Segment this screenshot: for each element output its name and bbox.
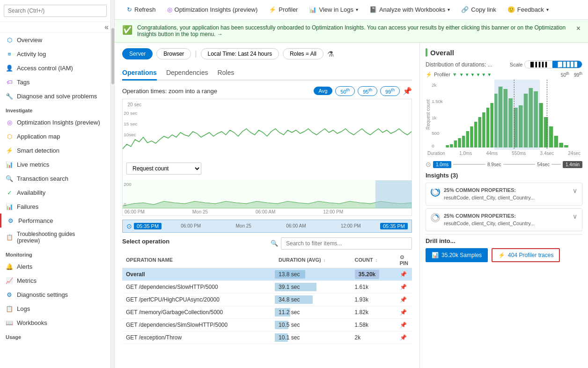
sidebar-item-workbooks[interactable]: 📖 Workbooks bbox=[0, 316, 110, 330]
y-axis-label: Request count bbox=[426, 80, 431, 150]
sidebar-item-iam[interactable]: 👤 Access control (IAM) bbox=[0, 61, 110, 75]
sidebar-item-troubleshooting[interactable]: 📋 Troubleshooting guides(preview) bbox=[0, 228, 110, 247]
sidebar-item-application-map[interactable]: ⬡ Application map bbox=[0, 129, 110, 143]
op-pin[interactable]: 📌 bbox=[396, 318, 412, 331]
sidebar-collapse-btn[interactable]: « bbox=[104, 23, 109, 31]
sidebar-item-diagnostic-settings[interactable]: ⚙ Diagnostic settings bbox=[0, 287, 110, 302]
sidebar-item-smart-detection[interactable]: ⚡ Smart detection bbox=[0, 143, 110, 157]
divider bbox=[426, 234, 582, 235]
optimization-insights-button[interactable]: ◎ Optimization Insights (preview) bbox=[162, 4, 263, 15]
p95-button[interactable]: 95th bbox=[358, 86, 377, 96]
banner-close-button[interactable]: × bbox=[576, 24, 581, 33]
distribution-label: Distribution of durations: ... bbox=[426, 61, 492, 68]
overall-title-text: Overall bbox=[430, 49, 454, 57]
overall-title: Overall bbox=[426, 48, 582, 57]
operation-times-chart: 20 sec 15 sec 10sec bbox=[123, 109, 412, 161]
dur-1ms: 1.0ms bbox=[459, 151, 472, 156]
optimization-icon: ◎ bbox=[167, 6, 172, 13]
sidebar-item-transaction-search[interactable]: 🔍 Transaction search bbox=[0, 171, 110, 185]
p50-axis-label: 50th bbox=[561, 71, 569, 78]
banner-text: Congratulations, your application has be… bbox=[137, 24, 572, 37]
range-mid-label: 8.9sec bbox=[487, 162, 501, 167]
tab-roles[interactable]: Roles bbox=[217, 66, 234, 81]
svg-text:1.50k: 1.50k bbox=[432, 100, 443, 104]
tab-dependencies[interactable]: Dependencies bbox=[166, 66, 208, 81]
scale-log-button[interactable]: ▐▊▊▊▊▊ bbox=[552, 61, 582, 68]
dur-44ms: 44ms bbox=[486, 151, 498, 156]
chart-controls: Avg 50th 95th 99th 📌 bbox=[314, 86, 412, 96]
duration-axis: Duration 1.0ms 44ms 550ms 3.4sec 24sec bbox=[426, 150, 582, 157]
sidebar-item-activity-log[interactable]: ≡ Activity log bbox=[0, 47, 110, 61]
pin-chart-button[interactable]: 📌 bbox=[403, 87, 412, 96]
view-in-logs-button[interactable]: 📊 View in Logs ▾ bbox=[304, 4, 362, 15]
samples-button[interactable]: 📊 35.20k Samples bbox=[426, 248, 488, 262]
sidebar-item-logs[interactable]: 📋 Logs bbox=[0, 302, 110, 316]
main-content: ↻ Refresh ◎ Optimization Insights (previ… bbox=[115, 0, 588, 368]
search-input[interactable] bbox=[4, 5, 107, 17]
sidebar-item-label: Diagnose and solve problems bbox=[17, 93, 97, 100]
insight-card-2[interactable]: 25% COMMON PROPERTIES: resultCode, clien… bbox=[426, 208, 582, 231]
browser-filter-button[interactable]: Browser bbox=[156, 48, 191, 59]
svg-rect-35 bbox=[544, 117, 548, 147]
sidebar-item-optimization-insights[interactable]: ◎ Optimization Insights (preview) bbox=[0, 115, 110, 129]
svg-rect-13 bbox=[446, 145, 448, 147]
sidebar-item-alerts[interactable]: 🔔 Alerts bbox=[0, 259, 110, 273]
table-row[interactable]: GET /dependencies/SlowHTTP/5000 39.1 sec… bbox=[122, 280, 412, 293]
filter-row: Server Browser | Local Time: Last 24 hou… bbox=[122, 48, 412, 59]
left-panel: Server Browser | Local Time: Last 24 hou… bbox=[115, 43, 419, 368]
table-row[interactable]: GET /exception/Throw 10.1 sec 2k 📌 bbox=[122, 331, 412, 344]
copy-link-button[interactable]: 🔗 Copy link bbox=[456, 4, 500, 15]
svg-rect-19 bbox=[470, 126, 473, 147]
dur-24sec: 24sec bbox=[568, 151, 581, 156]
operations-search-input[interactable] bbox=[281, 237, 412, 250]
sidebar-item-tags[interactable]: 🏷 Tags bbox=[0, 75, 110, 89]
svg-rect-15 bbox=[454, 140, 457, 147]
profiler-traces-icon: ⚡ bbox=[498, 252, 505, 258]
profiler-row: ⚡ Profiler ▼ ▼ ▼ ▼ ▼ ▼ ▼ 50th 99th bbox=[426, 71, 582, 78]
avg-button[interactable]: Avg bbox=[314, 87, 333, 95]
chart-dropdown[interactable]: Request count bbox=[126, 162, 201, 175]
p99-button[interactable]: 99th bbox=[380, 86, 400, 96]
sidebar-item-live-metrics[interactable]: 📊 Live metrics bbox=[0, 157, 110, 171]
sidebar-item-availability[interactable]: ✓ Availability bbox=[0, 185, 110, 199]
server-filter-button[interactable]: Server bbox=[122, 48, 153, 59]
insight-expand-icon-1[interactable]: ∨ bbox=[573, 187, 577, 194]
tab-operations[interactable]: Operations bbox=[122, 66, 157, 81]
table-row[interactable]: Overall 13.8 sec 35.20k 📌 bbox=[122, 268, 412, 280]
sidebar-item-metrics[interactable]: 📈 Metrics bbox=[0, 273, 110, 287]
p50-button[interactable]: 50th bbox=[335, 86, 355, 96]
sidebar-item-label: Smart detection bbox=[17, 147, 59, 154]
sidebar-item-overview[interactable]: ⬡ Overview bbox=[0, 33, 110, 47]
insight-card-1[interactable]: 25% COMMON PROPERTIES: resultCode, clien… bbox=[426, 183, 582, 206]
time-filter-button[interactable]: Local Time: Last 24 hours bbox=[201, 48, 279, 59]
sidebar-item-label: Metrics bbox=[17, 277, 37, 284]
op-pin[interactable]: 📌 bbox=[396, 331, 412, 344]
op-count: 1.82k bbox=[351, 306, 396, 318]
op-pin[interactable]: 📌 bbox=[396, 268, 412, 280]
svg-text:20 sec: 20 sec bbox=[124, 110, 137, 115]
feedback-button[interactable]: 🙂 Feedback ▾ bbox=[503, 4, 553, 15]
copy-link-icon: 🔗 bbox=[461, 6, 469, 13]
insight-expand-icon-2[interactable]: ∨ bbox=[573, 213, 577, 220]
svg-rect-17 bbox=[462, 136, 465, 147]
op-pin[interactable]: 📌 bbox=[396, 306, 412, 318]
filter-funnel-icon[interactable]: ⚗ bbox=[327, 50, 334, 59]
op-pin[interactable]: 📌 bbox=[396, 293, 412, 306]
sidebar-scrollbar[interactable] bbox=[111, 0, 115, 368]
profiler-button[interactable]: ⚡ Profiler bbox=[264, 4, 302, 15]
table-row[interactable]: GET /dependencies/SimSlowHTTP/5000 10.5 … bbox=[122, 318, 412, 331]
table-row[interactable]: GET /memory/GarbageCollection/5000 11.2 … bbox=[122, 306, 412, 318]
scale-linear-button[interactable]: ▐▌▌▌▌▌ bbox=[525, 61, 552, 68]
sort-icon: ⊙ bbox=[400, 254, 404, 260]
sidebar-item-failures[interactable]: 📊 Failures bbox=[0, 199, 110, 213]
op-pin[interactable]: 📌 bbox=[396, 280, 412, 293]
operations-title: Select operation bbox=[122, 238, 169, 245]
sidebar-item-performance[interactable]: ⚙ Performance bbox=[0, 213, 110, 228]
refresh-button[interactable]: ↻ Refresh bbox=[122, 4, 161, 15]
analyze-workbooks-button[interactable]: 📓 Analyze with Workbooks ▾ bbox=[365, 4, 455, 15]
svg-rect-22 bbox=[482, 112, 485, 147]
profiler-traces-button[interactable]: ⚡ 404 Profiler traces bbox=[492, 248, 560, 262]
sidebar-item-diagnose[interactable]: 🔧 Diagnose and solve problems bbox=[0, 89, 110, 103]
roles-filter-button[interactable]: Roles = All bbox=[283, 48, 323, 59]
table-row[interactable]: GET /perfCPU/HighCPUAsync/20000 34.8 sec… bbox=[122, 293, 412, 306]
